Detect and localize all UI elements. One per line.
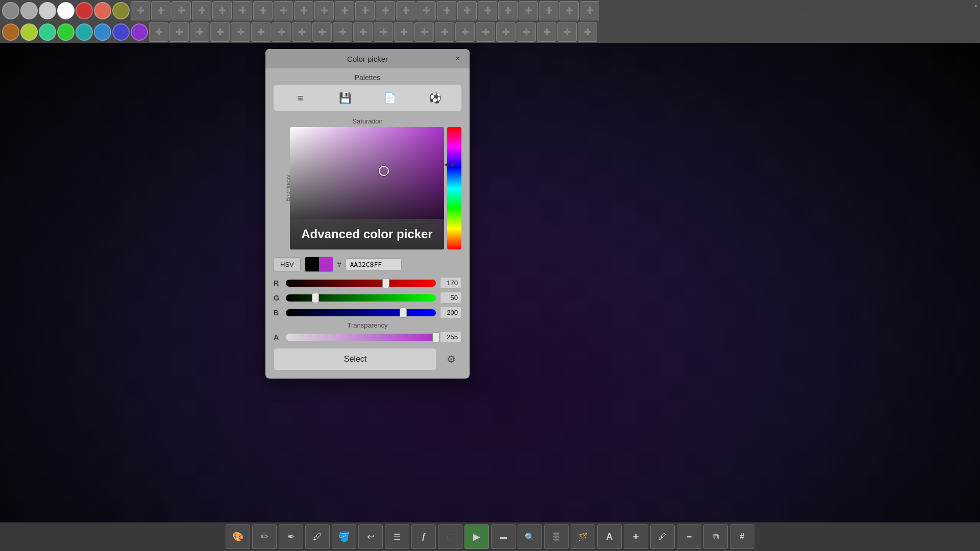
b-value[interactable] [440,307,461,318]
palette-file-btn[interactable]: 📄 [381,89,399,107]
color-gradient-canvas[interactable]: Advanced color picker [290,127,444,249]
swatch2-empty-3[interactable]: ✚ [190,22,209,42]
r-slider-track[interactable] [286,280,436,287]
palette-settings-btn[interactable]: ⚽ [426,89,444,107]
swatch-empty-5[interactable]: ✚ [212,1,232,20]
b-slider-track[interactable] [286,309,436,316]
palette-save-btn[interactable]: 💾 [336,89,354,107]
swatch-empty-21[interactable]: ✚ [539,1,558,20]
swatch-empty-13[interactable]: ✚ [376,1,395,20]
swatch2-empty-11[interactable]: ✚ [353,22,373,42]
swatch2-empty-5[interactable]: ✚ [231,22,250,42]
swatch-cyan[interactable] [76,23,93,41]
swatch-teal[interactable] [39,23,56,41]
swatch-gray1[interactable] [2,2,19,19]
tool-wand[interactable]: 🪄 [571,524,595,549]
swatch-empty-4[interactable]: ✚ [192,1,211,20]
swatch-white[interactable] [57,2,75,19]
color-mode-button[interactable]: HSV [274,257,301,272]
swatch-empty-12[interactable]: ✚ [355,1,375,20]
tool-layers[interactable]: ☰ [385,524,409,549]
swatch-empty-17[interactable]: ✚ [457,1,477,20]
swatch2-empty-8[interactable]: ✚ [292,22,311,42]
swatch-empty-3[interactable]: ✚ [172,1,191,20]
tool-fill[interactable]: 🪣 [332,524,356,549]
swatch-empty-1[interactable]: ✚ [131,1,150,20]
swatch-indigo[interactable] [112,23,130,41]
swatch-empty-10[interactable]: ✚ [314,1,334,20]
tool-zoom[interactable]: 🔍 [518,524,542,549]
b-slider-thumb[interactable] [400,308,407,318]
tool-pencil[interactable]: ✏ [252,524,277,549]
swatch-empty-20[interactable]: ✚ [519,1,538,20]
tool-grid[interactable]: # [730,524,754,549]
swatch2-empty-14[interactable]: ✚ [414,22,434,42]
swatch-gray2[interactable] [20,2,38,19]
swatch-empty-6[interactable]: ✚ [233,1,252,20]
tool-text[interactable]: A [597,524,622,549]
swatch-empty-16[interactable]: ✚ [437,1,456,20]
swatch2-empty-21[interactable]: ✚ [557,22,577,42]
hue-slider[interactable]: ◀ ▶ [447,127,461,249]
swatch-empty-18[interactable]: ✚ [478,1,497,20]
swatch2-empty-7[interactable]: ✚ [272,22,291,42]
tool-select[interactable]: ⬚ [438,524,462,549]
swatch-empty-14[interactable]: ✚ [396,1,415,20]
swatch2-empty-16[interactable]: ✚ [455,22,475,42]
g-slider-track[interactable] [286,294,436,302]
swatch2-empty-9[interactable]: ✚ [312,22,332,42]
swatch-empty-2[interactable]: ✚ [151,1,170,20]
gear-button[interactable]: ⚙ [441,349,461,369]
swatch-purple[interactable] [131,23,148,41]
swatch-yellow-green[interactable] [20,23,38,41]
select-button[interactable]: Select [274,348,437,370]
swatch2-empty-19[interactable]: ✚ [517,22,536,42]
swatch-empty-11[interactable]: ✚ [335,1,354,20]
tool-palette[interactable]: 🎨 [226,524,250,549]
tool-brush[interactable]: 🖊 [305,524,330,549]
tool-undo[interactable]: ↩ [358,524,383,549]
swatch2-empty-10[interactable]: ✚ [333,22,352,42]
g-slider-thumb[interactable] [312,293,319,303]
r-slider-thumb[interactable] [382,278,389,288]
swatch-empty-15[interactable]: ✚ [416,1,436,20]
swatch-blue[interactable] [94,23,111,41]
swatch-empty-7[interactable]: ✚ [253,1,273,20]
tool-copy[interactable]: ⧉ [703,524,728,549]
swatch2-empty-22[interactable]: ✚ [578,22,597,42]
tool-pen[interactable]: ✒ [279,524,303,549]
swatch2-empty-2[interactable]: ✚ [169,22,189,42]
swatch2-empty-20[interactable]: ✚ [537,22,556,42]
swatch2-empty-17[interactable]: ✚ [476,22,495,42]
tool-eyedropper[interactable]: ✚ [624,524,648,549]
swatch-empty-8[interactable]: ✚ [274,1,293,20]
tool-line[interactable]: ━ [677,524,701,549]
palette-list-btn[interactable]: ≡ [291,89,309,107]
swatch-green[interactable] [57,23,75,41]
tool-play[interactable]: ▶ [464,524,489,549]
swatch-red[interactable] [76,2,93,19]
swatch-empty-9[interactable]: ✚ [294,1,313,20]
swatch-empty-19[interactable]: ✚ [498,1,518,20]
hex-input[interactable] [346,258,402,271]
swatch-olive[interactable] [112,2,130,19]
swatch2-empty-15[interactable]: ✚ [435,22,454,42]
a-value[interactable] [440,331,461,343]
swatch-gray3[interactable] [39,2,56,19]
swatch2-empty-18[interactable]: ✚ [496,22,516,42]
swatch2-empty-13[interactable]: ✚ [394,22,413,42]
a-slider-thumb[interactable] [432,332,439,342]
a-slider-track[interactable] [286,334,436,341]
tool-rect[interactable]: ▬ [491,524,516,549]
swatch2-empty-6[interactable]: ✚ [251,22,271,42]
swatch-empty-23[interactable]: ✚ [580,1,599,20]
swatch-salmon[interactable] [94,2,111,19]
swatch2-empty-1[interactable]: ✚ [149,22,168,42]
dialog-close-button[interactable]: × [452,53,463,64]
swatch2-empty-4[interactable]: ✚ [210,22,230,42]
r-value[interactable] [440,277,461,289]
swatch2-empty-12[interactable]: ✚ [374,22,393,42]
g-value[interactable] [440,292,461,304]
tool-function[interactable]: ƒ [411,524,436,549]
tool-pencil2[interactable]: 🖋 [650,524,675,549]
